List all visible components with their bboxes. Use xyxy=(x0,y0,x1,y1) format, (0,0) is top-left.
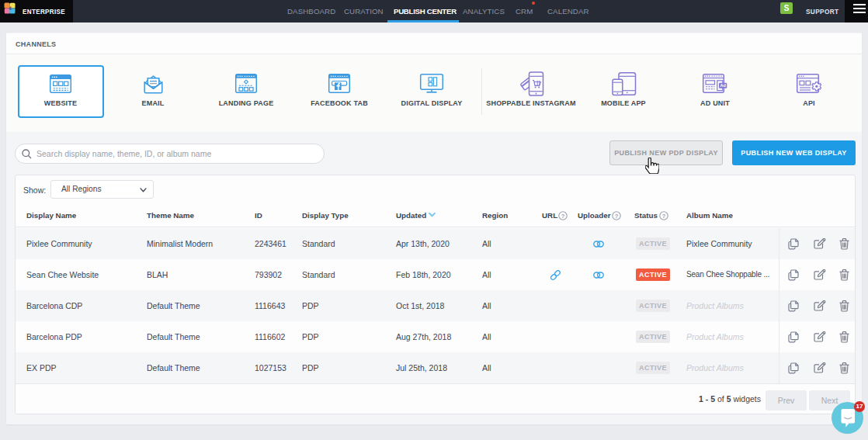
svg-text:?: ? xyxy=(561,213,565,220)
svg-text:?: ? xyxy=(662,213,666,220)
svg-text:Ad: Ad xyxy=(720,83,725,88)
svg-text:?: ? xyxy=(615,213,619,220)
